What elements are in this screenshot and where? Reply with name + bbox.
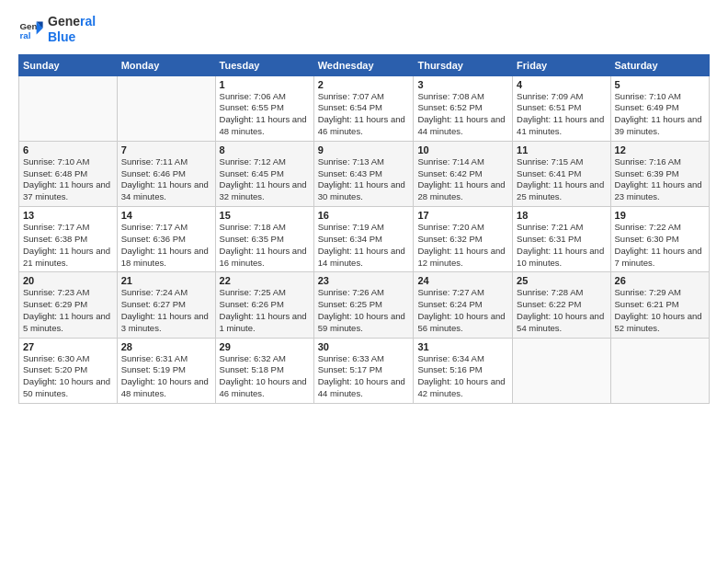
day-number: 5 [615,79,705,90]
day-info: Sunrise: 7:17 AM Sunset: 6:36 PM Dayligh… [121,222,211,269]
day-number: 22 [220,275,310,286]
day-info: Sunrise: 7:09 AM Sunset: 6:51 PM Dayligh… [517,91,606,138]
calendar-cell: 28Sunrise: 6:31 AM Sunset: 5:19 PM Dayli… [117,338,215,403]
day-header-wednesday: Wednesday [313,54,414,75]
day-number: 18 [517,210,606,221]
day-number: 24 [417,275,508,286]
day-number: 30 [318,341,410,352]
day-number: 26 [615,275,705,286]
day-info: Sunrise: 7:10 AM Sunset: 6:48 PM Dayligh… [23,156,113,203]
day-info: Sunrise: 6:30 AM Sunset: 5:20 PM Dayligh… [23,353,113,400]
day-number: 11 [517,144,606,155]
day-number: 7 [121,144,211,155]
calendar-cell: 4Sunrise: 7:09 AM Sunset: 6:51 PM Daylig… [513,75,610,141]
logo-icon: Gene ral [18,17,44,42]
calendar-cell: 2Sunrise: 7:07 AM Sunset: 6:54 PM Daylig… [313,75,414,141]
calendar-cell: 30Sunrise: 6:33 AM Sunset: 5:17 PM Dayli… [313,338,414,403]
calendar-cell: 7Sunrise: 7:11 AM Sunset: 6:46 PM Daylig… [117,141,215,206]
day-number: 10 [417,144,508,155]
calendar-cell: 10Sunrise: 7:14 AM Sunset: 6:42 PM Dayli… [414,141,513,206]
day-info: Sunrise: 7:10 AM Sunset: 6:49 PM Dayligh… [615,91,705,138]
calendar-cell: 17Sunrise: 7:20 AM Sunset: 6:32 PM Dayli… [414,207,513,272]
day-number: 19 [615,210,705,221]
day-info: Sunrise: 6:34 AM Sunset: 5:16 PM Dayligh… [417,353,508,400]
calendar-cell: 15Sunrise: 7:18 AM Sunset: 6:35 PM Dayli… [215,207,313,272]
day-number: 6 [23,144,113,155]
day-info: Sunrise: 7:11 AM Sunset: 6:46 PM Dayligh… [121,156,211,203]
calendar-cell: 31Sunrise: 6:34 AM Sunset: 5:16 PM Dayli… [414,338,513,403]
day-number: 17 [417,210,508,221]
calendar-header-row: SundayMondayTuesdayWednesdayThursdayFrid… [19,54,710,75]
day-number: 27 [23,341,113,352]
day-info: Sunrise: 6:32 AM Sunset: 5:18 PM Dayligh… [220,353,310,400]
day-info: Sunrise: 7:15 AM Sunset: 6:41 PM Dayligh… [517,156,606,203]
day-header-tuesday: Tuesday [215,54,313,75]
calendar-week-row: 20Sunrise: 7:23 AM Sunset: 6:29 PM Dayli… [19,272,710,338]
calendar-week-row: 13Sunrise: 7:17 AM Sunset: 6:38 PM Dayli… [19,207,710,272]
calendar-page: Gene ral General Blue SundayMondayTuesda… [0,0,728,563]
day-info: Sunrise: 7:14 AM Sunset: 6:42 PM Dayligh… [417,156,508,203]
calendar-cell: 26Sunrise: 7:29 AM Sunset: 6:21 PM Dayli… [610,272,709,338]
calendar-cell [610,338,709,403]
day-info: Sunrise: 7:23 AM Sunset: 6:29 PM Dayligh… [23,287,113,334]
calendar-cell: 12Sunrise: 7:16 AM Sunset: 6:39 PM Dayli… [610,141,709,206]
day-info: Sunrise: 6:33 AM Sunset: 5:17 PM Dayligh… [318,353,410,400]
calendar-cell: 25Sunrise: 7:28 AM Sunset: 6:22 PM Dayli… [513,272,610,338]
svg-text:ral: ral [19,30,30,40]
day-info: Sunrise: 7:18 AM Sunset: 6:35 PM Dayligh… [220,222,310,269]
day-header-friday: Friday [513,54,610,75]
calendar-cell [19,75,118,141]
day-info: Sunrise: 7:16 AM Sunset: 6:39 PM Dayligh… [615,156,705,203]
page-header: Gene ral General Blue [18,14,710,45]
day-number: 12 [615,144,705,155]
day-number: 28 [121,341,211,352]
day-info: Sunrise: 7:22 AM Sunset: 6:30 PM Dayligh… [615,222,705,269]
day-number: 9 [318,144,410,155]
day-header-thursday: Thursday [414,54,513,75]
day-info: Sunrise: 7:21 AM Sunset: 6:31 PM Dayligh… [517,222,606,269]
calendar-week-row: 6Sunrise: 7:10 AM Sunset: 6:48 PM Daylig… [19,141,710,206]
calendar-week-row: 1Sunrise: 7:06 AM Sunset: 6:55 PM Daylig… [19,75,710,141]
calendar-cell: 6Sunrise: 7:10 AM Sunset: 6:48 PM Daylig… [19,141,118,206]
day-info: Sunrise: 7:24 AM Sunset: 6:27 PM Dayligh… [121,287,211,334]
day-header-monday: Monday [117,54,215,75]
day-info: Sunrise: 7:06 AM Sunset: 6:55 PM Dayligh… [220,91,310,138]
day-info: Sunrise: 7:20 AM Sunset: 6:32 PM Dayligh… [417,222,508,269]
calendar-cell: 27Sunrise: 6:30 AM Sunset: 5:20 PM Dayli… [19,338,118,403]
day-number: 13 [23,210,113,221]
logo-text: General Blue [48,14,96,45]
day-info: Sunrise: 7:26 AM Sunset: 6:25 PM Dayligh… [318,287,410,334]
day-number: 4 [517,79,606,90]
calendar-cell: 3Sunrise: 7:08 AM Sunset: 6:52 PM Daylig… [414,75,513,141]
calendar-cell [117,75,215,141]
calendar-cell: 22Sunrise: 7:25 AM Sunset: 6:26 PM Dayli… [215,272,313,338]
calendar-cell: 9Sunrise: 7:13 AM Sunset: 6:43 PM Daylig… [313,141,414,206]
day-info: Sunrise: 7:19 AM Sunset: 6:34 PM Dayligh… [318,222,410,269]
day-number: 16 [318,210,410,221]
calendar-cell: 1Sunrise: 7:06 AM Sunset: 6:55 PM Daylig… [215,75,313,141]
day-number: 31 [417,341,508,352]
day-info: Sunrise: 7:12 AM Sunset: 6:45 PM Dayligh… [220,156,310,203]
day-number: 21 [121,275,211,286]
calendar-cell: 20Sunrise: 7:23 AM Sunset: 6:29 PM Dayli… [19,272,118,338]
day-number: 14 [121,210,211,221]
day-number: 15 [220,210,310,221]
calendar-cell: 18Sunrise: 7:21 AM Sunset: 6:31 PM Dayli… [513,207,610,272]
day-number: 3 [417,79,508,90]
day-info: Sunrise: 7:27 AM Sunset: 6:24 PM Dayligh… [417,287,508,334]
day-info: Sunrise: 6:31 AM Sunset: 5:19 PM Dayligh… [121,353,211,400]
calendar-cell: 13Sunrise: 7:17 AM Sunset: 6:38 PM Dayli… [19,207,118,272]
calendar-cell: 14Sunrise: 7:17 AM Sunset: 6:36 PM Dayli… [117,207,215,272]
day-number: 2 [318,79,410,90]
day-number: 25 [517,275,606,286]
day-info: Sunrise: 7:29 AM Sunset: 6:21 PM Dayligh… [615,287,705,334]
calendar-cell: 24Sunrise: 7:27 AM Sunset: 6:24 PM Dayli… [414,272,513,338]
calendar-cell: 16Sunrise: 7:19 AM Sunset: 6:34 PM Dayli… [313,207,414,272]
day-info: Sunrise: 7:25 AM Sunset: 6:26 PM Dayligh… [220,287,310,334]
calendar-cell: 8Sunrise: 7:12 AM Sunset: 6:45 PM Daylig… [215,141,313,206]
day-info: Sunrise: 7:28 AM Sunset: 6:22 PM Dayligh… [517,287,606,334]
day-info: Sunrise: 7:07 AM Sunset: 6:54 PM Dayligh… [318,91,410,138]
day-number: 23 [318,275,410,286]
calendar-cell: 5Sunrise: 7:10 AM Sunset: 6:49 PM Daylig… [610,75,709,141]
calendar-cell: 29Sunrise: 6:32 AM Sunset: 5:18 PM Dayli… [215,338,313,403]
